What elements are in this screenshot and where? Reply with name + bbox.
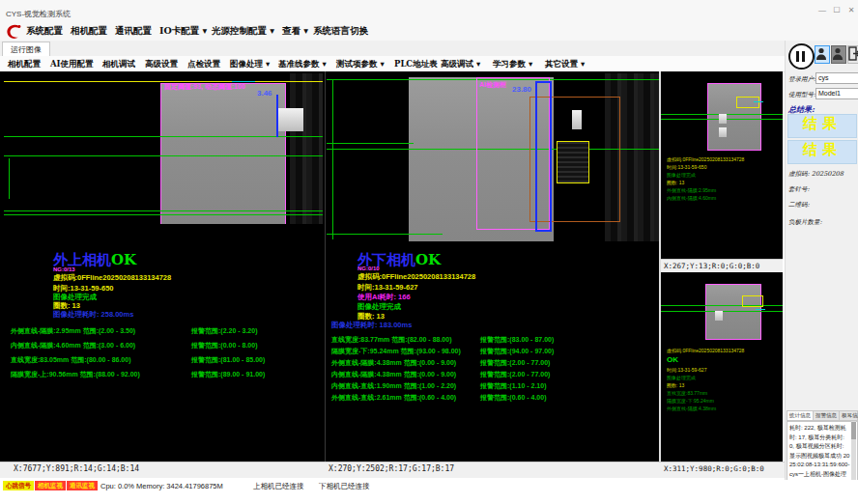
cyan-ref-mark (754, 101, 763, 102)
ai-frame-label: AI检测框 (479, 80, 506, 90)
measurement-value: 外侧直线-隔膜:2.95mm 范围:(2.00 - 3.50) (11, 327, 135, 334)
barcode-text: 虚拟码:0FFline20250208133134728 (53, 273, 171, 283)
thumb-ok-status: OK (667, 355, 678, 364)
menu-item-comm-config[interactable]: 通讯配置 (115, 25, 152, 38)
ng-count-text: NG:0/13 (53, 266, 75, 272)
user-dark-icon (832, 46, 844, 61)
right-control-panel: 登录用户: cys 使用型号: Model1 总结果: 结果 结果 虚拟码: 2… (785, 41, 858, 492)
pause-button[interactable] (788, 43, 815, 70)
maximize-button[interactable]: ☐ (830, 6, 844, 17)
measure-line (4, 210, 323, 211)
measurement-value: 隔膜宽度-上:90.56mm 范围:(88.00 - 92.00) (11, 371, 140, 378)
measurement-row: 内侧直线-直线:1.90mm 范围:(1.00 - 2.20) 报警范围:(1.… (331, 381, 650, 391)
tab-statistics-info[interactable]: 统计信息 (787, 411, 814, 420)
tab-detect-frame (742, 295, 763, 307)
login-user-field[interactable]: cys (815, 72, 858, 84)
toolbar-baseline-params[interactable]: 基准线参数 ▾ (278, 59, 327, 70)
measurement-value: 直线宽度:83.05mm 范围:(80.00 - 86.00) (11, 356, 131, 363)
toolbar-camera-debug[interactable]: 相机调试 (102, 59, 135, 70)
anode-count-label: 负极片数量: (788, 218, 822, 227)
time-text: 时间:13-31-59-627 (358, 283, 418, 293)
inspected-part (705, 284, 761, 340)
measurement-row: 外侧直线-直线:2.61mm 范围:(0.60 - 4.00) 报警范围:(0.… (331, 393, 650, 403)
middle-coords-bar: X:270;Y:2502;R:17;G:17;B:17 (326, 462, 662, 478)
measure-line (327, 143, 414, 144)
measurement-row: 内侧直线-隔膜:4.60mm 范围:(3.00 - 6.00) 报警范围:(0.… (11, 341, 322, 350)
tab-strip: 运行图像 (0, 41, 785, 57)
window-title: CYS-视觉检测系统 (6, 9, 71, 19)
model-label: 使用型号: (788, 91, 815, 99)
user-login-button[interactable] (815, 45, 830, 64)
toolbar-other-settings[interactable]: 其它设置 ▾ (545, 59, 585, 70)
exit-door-icon (848, 46, 858, 61)
menu-item-camera-config[interactable]: 相机配置 (71, 25, 107, 38)
cyan-ref-mark (756, 309, 765, 310)
model-field[interactable]: Model1 (815, 88, 858, 99)
yellow-ref-line (4, 81, 323, 82)
toolbar-learn-params[interactable]: 学习参数 ▾ (493, 59, 532, 70)
measurement-row: 直线宽度:83.77mm 范围:(82.00 - 88.00) 报警范围:(83… (331, 335, 650, 345)
menu-item-io-config[interactable]: IO卡配置 ▾ (159, 25, 207, 38)
machine-background (290, 73, 323, 224)
user-icon (815, 46, 827, 61)
title-bar: CYS-视觉检测系统 — ☐ ✕ (0, 0, 858, 22)
measurement-value: 直线宽度:83.77mm 范围:(82.00 - 88.00) (331, 336, 452, 343)
toolbar-test-params[interactable]: 测试项参数 ▾ (336, 59, 385, 70)
lower-camera-status: 下相机已经连接 (319, 482, 370, 491)
measure-line (4, 214, 323, 215)
measurement-alarm: 报警范围:(2.00 - 77.00) (480, 358, 550, 368)
menu-bar: 系统配置 相机配置 通讯配置 IO卡配置 ▾ 光源控制配置 ▾ 查看 ▾ 系统语… (0, 21, 858, 41)
scrollbar-thumb[interactable] (851, 422, 856, 439)
camera-image-upper[interactable]: 固定阈值:93, 动态阈值:100 3.46 (4, 73, 323, 224)
toolbar-advanced-setting[interactable]: 高级设置 (145, 59, 178, 70)
minimize-button[interactable]: — (815, 6, 829, 17)
measurement-value: 外侧直线-直线:2.61mm 范围:(0.60 - 4.00) (331, 394, 456, 401)
toolbar-ai-config[interactable]: AI使用配置 (50, 59, 94, 70)
thumbnail-view-bottom[interactable]: 虚拟码:0FFline20250208133134728 OK 时间:13-31… (661, 272, 783, 462)
measurement-alarm: 报警范围:(0.00 - 8.00) (191, 341, 257, 350)
thumb-text-line: 直线宽度:83.77mm (667, 390, 781, 396)
exit-button[interactable] (847, 45, 858, 64)
menu-item-view[interactable]: 查看 ▾ (282, 25, 308, 38)
menu-item-system-config[interactable]: 系统配置 (26, 25, 63, 38)
toolbar-camera-config[interactable]: 相机配置 (8, 59, 41, 70)
upper-camera-status: 上相机已经连接 (253, 482, 304, 491)
tab-tab-info[interactable]: 极耳信息 (840, 411, 858, 420)
toolbar-spotcheck[interactable]: 点检设置 (187, 59, 220, 70)
close-button[interactable]: ✕ (844, 6, 858, 17)
thumb-text-line: 时间:13-31-59-650 (667, 164, 781, 170)
toolbar-advanced-debug[interactable]: 高级调试 ▾ (441, 59, 480, 70)
thumbnail-view-top[interactable]: 虚拟码:0FFline20250208133134728 时间:13-31-59… (661, 71, 783, 259)
camera-ok-status: OK (415, 251, 441, 268)
comm-monitor-badge: 通讯监视 (67, 481, 98, 490)
result-text: 结果 (803, 115, 842, 132)
connector-highlight (278, 108, 303, 131)
user-manage-button[interactable] (831, 45, 846, 64)
cpu-memory-text: Cpu: 0.0% Memory: 3424.41796875M (100, 482, 223, 490)
toolbar-image-process[interactable]: 图像处理 ▾ (230, 59, 270, 70)
process-time-text: 图像处理耗时: 183.00ms (331, 321, 412, 330)
camera-image-lower[interactable]: AI检测框 23.80 (327, 73, 659, 241)
toolbar: 相机配置 AI使用配置 相机调试 高级设置 点检设置 图像处理 ▾ 基准线参数 … (0, 56, 785, 72)
connector-highlight (719, 114, 727, 124)
measurement-alarm: 报警范围:(89.00 - 91.00) (191, 370, 265, 379)
measurement-alarm: 报警范围:(94.00 - 97.00) (480, 347, 554, 356)
measurement-row: 外侧直线-隔膜:2.95mm 范围:(2.00 - 3.50) 报警范围:(2.… (11, 326, 322, 336)
tab-alarm-info[interactable]: 报警信息 (814, 411, 840, 420)
camera-monitor-badge: 相机监视 (35, 481, 66, 490)
thumb-text-line: 图像处理完成 (667, 172, 781, 178)
measurement-alarm: 报警范围:(2.20 - 3.20) (191, 326, 257, 336)
result-box-upper: 结果 (787, 114, 857, 138)
measure-line (661, 305, 783, 306)
gauge-value-text: 23.80 (512, 85, 531, 94)
ng-count-text: NG:0/10 (358, 266, 380, 271)
barcode-text: 虚拟码:0FFline20250208133134728 (358, 272, 475, 282)
toolbar-plc-table[interactable]: PLC地址表 (394, 59, 438, 70)
menu-item-language-switch[interactable]: 系统语言切换 (313, 25, 368, 38)
heartbeat-status-badge: 心跳信号 (3, 481, 34, 490)
ai-time-text: 使用AI耗时: 166 (358, 293, 411, 302)
blue-gauge-line (276, 95, 278, 137)
tab-detect-frame (736, 97, 759, 108)
menu-item-light-config[interactable]: 光源控制配置 ▾ (212, 25, 274, 38)
connector-highlight (715, 311, 723, 321)
